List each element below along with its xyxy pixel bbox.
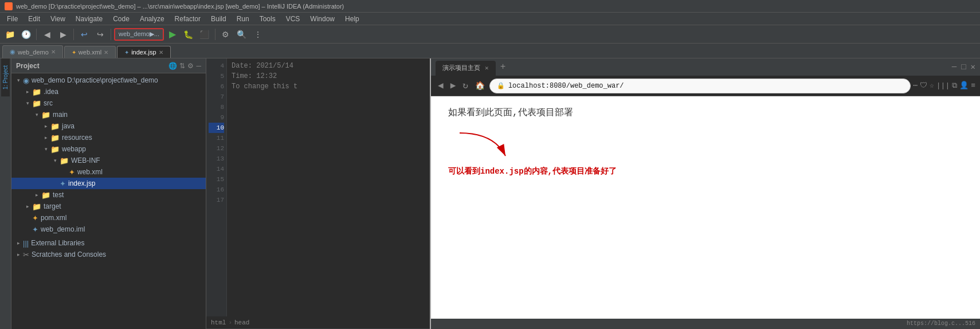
tree-item-iml[interactable]: ✦ web_demo.iml <box>11 224 206 235</box>
menu-window[interactable]: Window <box>305 14 339 24</box>
menu-code[interactable]: Code <box>108 14 134 24</box>
profile-btn[interactable]: 👤 <box>959 81 969 91</box>
new-tab-btn[interactable]: + <box>500 62 506 72</box>
settings-btn[interactable]: ⚙ <box>218 27 233 42</box>
xml-file-icon: ✦ <box>32 214 38 222</box>
star-btn[interactable]: ☆ <box>930 81 934 91</box>
browser-window-controls: ─ □ ✕ <box>952 62 975 72</box>
reading-btn[interactable]: ||| <box>936 81 950 91</box>
menu-build[interactable]: Build <box>206 14 231 24</box>
recent-files-btn[interactable]: 🕐 <box>18 27 33 42</box>
tree-item-scratches[interactable]: ▸ ✂ Scratches and Consoles <box>11 249 206 260</box>
jsp-file-icon: ✦ <box>60 179 66 188</box>
run-config-combo[interactable]: web_demo▶... <box>114 28 164 41</box>
more-btn[interactable]: ⋮ <box>250 27 265 42</box>
run-config-label: web_demo▶... <box>119 30 159 38</box>
menu-refactor[interactable]: Refactor <box>170 14 205 24</box>
code-text: To change this t <box>232 83 297 91</box>
address-text: localhost:8080/web_demo_war/ <box>508 81 624 91</box>
tabs-btn[interactable]: ⧉ <box>952 81 957 91</box>
menu-help[interactable]: Help <box>340 14 364 24</box>
stop-btn[interactable]: ⬛ <box>197 27 212 42</box>
tree-item-idea[interactable]: ▸ 📁 .idea <box>11 86 206 97</box>
tree-label: WEB-INF <box>71 156 100 164</box>
sidebar-icon-minimize[interactable]: ─ <box>196 62 201 70</box>
tree-item-main[interactable]: ▾ 📁 main <box>11 109 206 120</box>
tree-label: .idea <box>44 88 58 96</box>
tree-item-indexjsp[interactable]: ✦ index.jsp <box>11 178 206 189</box>
tree-item-web-demo[interactable]: ▾ ◉ web_demo D:\practice\project\web_dem… <box>11 75 206 86</box>
tree-label: web_demo D:\practice\project\web_demo <box>32 76 158 84</box>
sidebar-icon-settings[interactable]: ⚙ <box>187 62 194 70</box>
search-btn[interactable]: 🔍 <box>234 27 249 42</box>
line-num: 4 <box>209 61 224 71</box>
expand-arrow: ▸ <box>14 240 23 246</box>
back-btn[interactable]: ◀ <box>40 27 54 42</box>
browser-close-btn[interactable]: ✕ <box>971 62 975 72</box>
tab-web-xml[interactable]: ✦ web.xml ✕ <box>64 46 116 58</box>
menu-edit[interactable]: Edit <box>23 14 45 24</box>
folder-icon: 📁 <box>32 88 41 96</box>
tree-item-java[interactable]: ▸ 📁 java <box>11 120 206 132</box>
tree-item-webapp[interactable]: ▾ 📁 webapp <box>11 143 206 155</box>
sidebar-icon-sort[interactable]: ⇅ <box>179 62 185 70</box>
redo-btn[interactable]: ↪ <box>93 27 108 42</box>
tree-label: web.xml <box>77 168 103 176</box>
tree-item-ext-libs[interactable]: ▸ ||| External Libraries <box>11 237 206 249</box>
main-outer: 1: Project Project 🌐 ⇅ ⚙ ─ ▾ ◉ web_demo … <box>0 58 980 329</box>
menu-vcs[interactable]: VCS <box>281 14 305 24</box>
line-num: 17 <box>209 195 224 205</box>
tree-item-target[interactable]: ▸ 📁 target <box>11 201 206 212</box>
forward-btn[interactable]: ▶ <box>56 27 70 42</box>
menu-tools[interactable]: Tools <box>255 14 280 24</box>
sidebar-icon-globe[interactable]: 🌐 <box>168 62 177 70</box>
tab-label-web-xml: web.xml <box>79 49 101 56</box>
browser-tab-close[interactable]: ✕ <box>485 63 489 73</box>
undo-btn[interactable]: ↩ <box>77 27 92 42</box>
refresh-nav-btn[interactable]: ↻ <box>460 80 471 92</box>
ext-btn[interactable]: ≡ <box>971 81 975 91</box>
browser-active-tab[interactable]: 演示项目主页 ✕ <box>436 61 496 76</box>
menu-navigate[interactable]: Navigate <box>71 14 107 24</box>
line-num: 13 <box>209 154 224 164</box>
module-icon: ◉ <box>10 48 15 56</box>
tab-web-demo[interactable]: ◉ web_demo ✕ <box>2 45 63 58</box>
module-icon: ◉ <box>23 76 29 85</box>
app-icon <box>5 2 13 10</box>
tree-item-src[interactable]: ▾ 📁 src <box>11 97 206 109</box>
menu-run[interactable]: Run <box>232 14 254 24</box>
folder-icon: 📁 <box>41 111 50 119</box>
tree-item-pomxml[interactable]: ✦ pom.xml <box>11 212 206 224</box>
toolbar-sep1 <box>36 29 37 40</box>
tree-label: java <box>62 122 75 130</box>
home-btn[interactable]: 🏠 <box>473 80 487 92</box>
run-green-btn[interactable]: ▶ <box>165 27 180 42</box>
code-lines[interactable]: Date: 2021/5/14 Time: 12:32 To change th… <box>227 58 980 329</box>
tab-close-web-demo[interactable]: ✕ <box>51 49 56 55</box>
tab-close-web-xml[interactable]: ✕ <box>104 49 108 56</box>
bookmarks-btn[interactable]: ⋯ <box>913 81 918 91</box>
project-side-tab[interactable]: 1: Project <box>1 58 10 96</box>
tree-item-webxml[interactable]: ✦ web.xml <box>11 166 206 178</box>
tab-index-jsp[interactable]: ✦ index.jsp ✕ <box>117 46 170 58</box>
tree-item-resources[interactable]: ▸ 📁 resources <box>11 132 206 143</box>
project-btn[interactable]: 📁 <box>2 27 17 42</box>
menu-view[interactable]: View <box>46 14 70 24</box>
menu-analyze[interactable]: Analyze <box>135 14 169 24</box>
browser-message-1: 如果看到此页面,代表项目部署 <box>448 108 963 118</box>
tree-item-webinf[interactable]: ▾ 📁 WEB-INF <box>11 155 206 166</box>
forward-nav-btn[interactable]: ▶ <box>448 80 458 92</box>
tree-item-test[interactable]: ▸ 📁 test <box>11 189 206 201</box>
debug-btn[interactable]: 🐛 <box>181 27 196 42</box>
menu-file[interactable]: File <box>2 14 22 24</box>
toolbar-sep2 <box>73 29 74 40</box>
tab-close-index-jsp[interactable]: ✕ <box>159 49 163 56</box>
address-bar[interactable]: 🔒 localhost:8080/web_demo_war/ <box>489 79 911 93</box>
browser-minimize-btn[interactable]: ─ <box>952 62 957 72</box>
browser-toolbar: ◀ ▶ ↻ 🏠 🔒 localhost:8080/web_demo_war/ ⋯… <box>431 76 980 96</box>
shield-btn[interactable]: 🛡 <box>920 81 927 91</box>
expand-arrow: ▸ <box>32 192 41 198</box>
back-nav-btn[interactable]: ◀ <box>436 80 446 92</box>
browser-statusbar: https://blog.c...516 <box>431 319 980 329</box>
browser-maximize-btn[interactable]: □ <box>961 62 966 72</box>
